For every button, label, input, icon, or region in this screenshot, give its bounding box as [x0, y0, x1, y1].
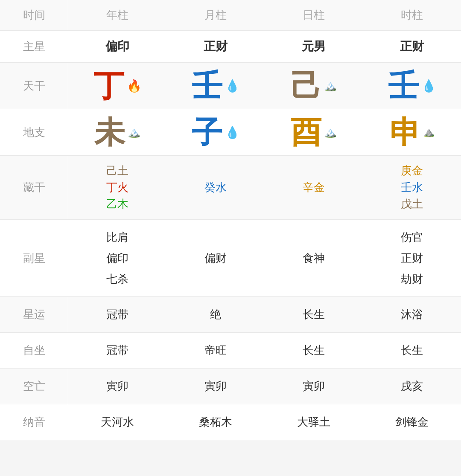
header-col3: 日柱 — [265, 0, 363, 30]
dizhi-col1: 未 🏔️ — [68, 109, 166, 155]
xingyun-col4: 沐浴 — [363, 297, 461, 332]
nayin-col4: 剑锋金 — [363, 404, 461, 440]
header-row: 时间 年柱 月柱 日柱 时柱 — [0, 0, 461, 31]
zhuxing-col2: 正财 — [166, 31, 265, 62]
kongwang-col3: 寅卯 — [265, 369, 363, 404]
dizhi-col3: 酉 🏔️ — [265, 109, 363, 155]
nayin-col2: 桑柘木 — [166, 404, 265, 440]
xingyun-col1: 冠带 — [68, 297, 166, 332]
canggan-col1: 己土 丁火 乙木 — [68, 156, 166, 219]
zhuxing-col4: 正财 — [363, 31, 461, 62]
nayin-row: 纳音 天河水 桑柘木 大驿土 剑锋金 — [0, 404, 461, 440]
kongwang-col2: 寅卯 — [166, 369, 265, 404]
zhuxing-row: 主星 偏印 正财 元男 正财 — [0, 31, 461, 63]
xingyun-label: 星运 — [0, 297, 68, 332]
dizhi-row: 地支 未 🏔️ 子 💧 酉 🏔️ 申 ⛰️ — [0, 109, 461, 156]
header-col1: 年柱 — [68, 0, 166, 30]
xingyun-col2: 绝 — [166, 297, 265, 332]
nayin-col1: 天河水 — [68, 404, 166, 440]
canggan-label: 藏干 — [0, 156, 68, 219]
header-col0: 时间 — [0, 0, 68, 30]
kongwang-row: 空亡 寅卯 寅卯 寅卯 戌亥 — [0, 369, 461, 404]
fuxing-col1: 比肩 偏印 七杀 — [68, 220, 166, 296]
tiangan-col4: 壬 💧 — [363, 63, 461, 109]
fuxing-label: 副星 — [0, 220, 68, 296]
fuxing-row: 副星 比肩 偏印 七杀 偏财 食神 伤官 正财 劫财 — [0, 220, 461, 297]
zizuo-label: 自坐 — [0, 333, 68, 368]
kongwang-col4: 戌亥 — [363, 369, 461, 404]
tiangan-col2: 壬 💧 — [166, 63, 265, 109]
tiangan-label: 天干 — [0, 63, 68, 109]
zhuxing-col1: 偏印 — [68, 31, 166, 62]
header-col2: 月柱 — [166, 0, 265, 30]
tiangan-col3: 己 🏔️ — [265, 63, 363, 109]
canggan-col2: 癸水 — [166, 156, 265, 219]
xingyun-row: 星运 冠带 绝 长生 沐浴 — [0, 297, 461, 333]
fuxing-col2: 偏财 — [166, 220, 265, 296]
bazi-table: 时间 年柱 月柱 日柱 时柱 主星 偏印 正财 元男 正财 天干 丁 🔥 — [0, 0, 461, 440]
dizhi-label: 地支 — [0, 109, 68, 155]
dizhi-col2: 子 💧 — [166, 109, 265, 155]
fuxing-col3: 食神 — [265, 220, 363, 296]
zizuo-col3: 长生 — [265, 333, 363, 368]
canggan-col3: 辛金 — [265, 156, 363, 219]
zizuo-col1: 冠带 — [68, 333, 166, 368]
header-col4: 时柱 — [363, 0, 461, 30]
nayin-label: 纳音 — [0, 404, 68, 440]
dizhi-col4: 申 ⛰️ — [363, 109, 461, 155]
zizuo-col4: 长生 — [363, 333, 461, 368]
fuxing-col4: 伤官 正财 劫财 — [363, 220, 461, 296]
tiangan-row: 天干 丁 🔥 壬 💧 己 🏔️ 壬 💧 — [0, 63, 461, 109]
canggan-row: 藏干 己土 丁火 乙木 癸水 辛金 庚金 壬水 戊土 — [0, 156, 461, 220]
zhuxing-label: 主星 — [0, 31, 68, 62]
kongwang-col1: 寅卯 — [68, 369, 166, 404]
nayin-col3: 大驿土 — [265, 404, 363, 440]
xingyun-col3: 长生 — [265, 297, 363, 332]
canggan-col4: 庚金 壬水 戊土 — [363, 156, 461, 219]
zizuo-col2: 帝旺 — [166, 333, 265, 368]
zizuo-row: 自坐 冠带 帝旺 长生 长生 — [0, 333, 461, 369]
tiangan-col1: 丁 🔥 — [68, 63, 166, 109]
kongwang-label: 空亡 — [0, 369, 68, 404]
zhuxing-col3: 元男 — [265, 31, 363, 62]
